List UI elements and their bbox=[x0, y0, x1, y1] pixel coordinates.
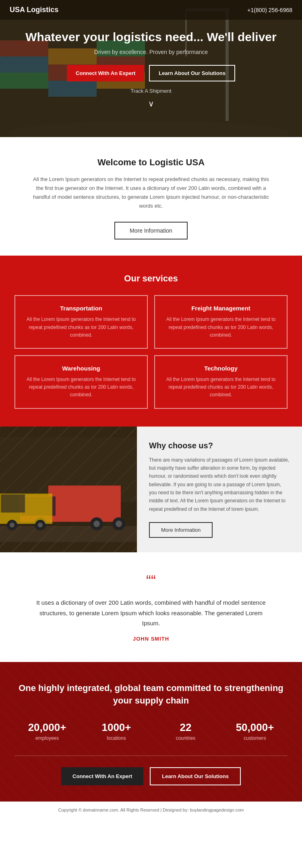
service-technology-title: Technology bbox=[162, 365, 279, 372]
quote-icon: ““ bbox=[32, 572, 270, 589]
testimonial-section: ““ It uses a dictionary of over 200 Lati… bbox=[0, 552, 302, 662]
stats-connect-button[interactable]: Connect With An Expert bbox=[61, 767, 143, 785]
stats-divider bbox=[14, 756, 288, 756]
stat-employees-number: 20,000+ bbox=[14, 721, 80, 734]
service-technology-text: All the Lorem Ipsum generators the Inter… bbox=[162, 376, 279, 399]
svg-rect-16 bbox=[48, 485, 121, 522]
services-section: Our services Transportation All the Lore… bbox=[0, 256, 302, 426]
stat-employees: 20,000+ employees bbox=[14, 721, 80, 741]
welcome-section: Welcome to Logistic USA All the Lorem Ip… bbox=[0, 137, 302, 256]
service-freight-text: All the Lorem Ipsum generators the Inter… bbox=[162, 316, 279, 339]
hero-buttons: Connect With An Expert Learn About Our S… bbox=[25, 65, 276, 81]
stat-locations: 1000+ locations bbox=[84, 721, 149, 741]
service-transportation-title: Transportation bbox=[23, 305, 140, 312]
welcome-title: Welcome to Logistic USA bbox=[32, 157, 270, 168]
stats-title: One highly integrated, global team commi… bbox=[14, 682, 288, 707]
track-shipment-link[interactable]: Track A Shipment bbox=[25, 88, 276, 94]
stat-customers-label: customers bbox=[222, 735, 288, 741]
stats-grid: 20,000+ employees 1000+ locations 22 cou… bbox=[14, 721, 288, 741]
stat-locations-label: locations bbox=[84, 735, 149, 741]
why-image bbox=[0, 427, 137, 553]
service-card-warehousing: Warehousing All the Lorem Ipsum generato… bbox=[14, 355, 148, 409]
service-warehousing-text: All the Lorem Ipsum generators the Inter… bbox=[23, 376, 140, 399]
header-phone: +1(800) 256-6968 bbox=[247, 7, 292, 13]
why-more-info-button[interactable]: More Information bbox=[149, 522, 213, 538]
svg-point-24 bbox=[116, 520, 122, 527]
welcome-text: All the Lorem Ipsum generators on the In… bbox=[32, 175, 270, 210]
svg-point-12 bbox=[8, 121, 290, 137]
service-transportation-text: All the Lorem Ipsum generators the Inter… bbox=[23, 316, 140, 339]
stat-countries: 22 countries bbox=[153, 721, 218, 741]
stat-employees-label: employees bbox=[14, 735, 80, 741]
why-text: There are many variations of passages of… bbox=[149, 456, 290, 514]
service-warehousing-title: Warehousing bbox=[23, 365, 140, 372]
services-title: Our services bbox=[14, 273, 288, 284]
hero-title: Whatever your logistics need... We'll de… bbox=[25, 29, 276, 45]
why-section: Why choose us? There are many variations… bbox=[0, 427, 302, 553]
site-header: USA Logistics +1(800) 256-6968 bbox=[0, 0, 302, 20]
footer: Copyright © domainname.com. All Rights R… bbox=[0, 801, 302, 818]
svg-point-30 bbox=[38, 522, 43, 527]
service-freight-title: Freight Management bbox=[162, 305, 279, 312]
stats-section: One highly integrated, global team commi… bbox=[0, 662, 302, 802]
site-logo: USA Logistics bbox=[10, 6, 58, 14]
service-card-transportation: Transportation All the Lorem Ipsum gener… bbox=[14, 295, 148, 349]
stat-customers-number: 50,000+ bbox=[222, 721, 288, 734]
stat-countries-number: 22 bbox=[153, 721, 218, 734]
stat-locations-number: 1000+ bbox=[84, 721, 149, 734]
scroll-down-icon: ∨ bbox=[25, 99, 276, 108]
footer-text: Copyright © domainname.com. All Rights R… bbox=[58, 808, 244, 812]
testimonial-author: JOHN SMITH bbox=[32, 636, 270, 642]
service-card-technology: Technology All the Lorem Ipsum generator… bbox=[154, 355, 288, 409]
svg-rect-26 bbox=[1, 494, 25, 512]
why-title: Why choose us? bbox=[149, 441, 290, 450]
stats-buttons: Connect With An Expert Learn About Our S… bbox=[14, 767, 288, 785]
stat-customers: 50,000+ customers bbox=[222, 721, 288, 741]
more-info-button[interactable]: More Information bbox=[114, 222, 188, 239]
stat-countries-label: countries bbox=[153, 735, 218, 741]
services-grid: Transportation All the Lorem Ipsum gener… bbox=[14, 295, 288, 408]
why-content: Why choose us? There are many variations… bbox=[137, 427, 302, 553]
hero-content: Whatever your logistics need... We'll de… bbox=[17, 21, 284, 117]
learn-solutions-button[interactable]: Learn About Our Solutions bbox=[149, 65, 235, 81]
svg-point-28 bbox=[10, 522, 14, 527]
stats-solutions-button[interactable]: Learn About Our Solutions bbox=[150, 767, 241, 785]
svg-point-22 bbox=[93, 520, 100, 527]
testimonial-text: It uses a dictionary of over 200 Latin w… bbox=[32, 597, 270, 629]
hero-section: Whatever your logistics need... We'll de… bbox=[0, 0, 302, 137]
service-card-freight: Freight Management All the Lorem Ipsum g… bbox=[154, 295, 288, 349]
connect-expert-button[interactable]: Connect With An Expert bbox=[67, 65, 144, 81]
hero-subtitle: Driven by excellence. Proven by performa… bbox=[25, 49, 276, 55]
